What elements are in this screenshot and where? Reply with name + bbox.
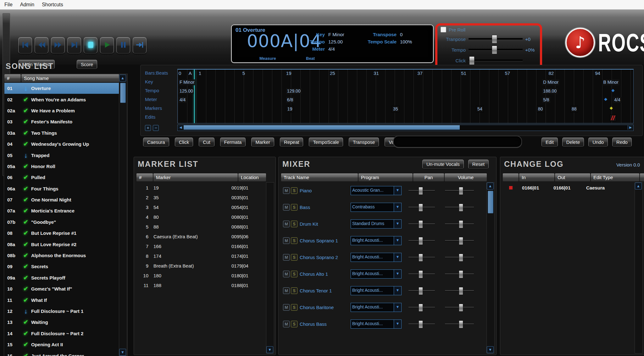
- volume-slider-thumb[interactable]: [459, 254, 463, 262]
- transport-skip-to-start-button[interactable]: [18, 37, 32, 54]
- mute-button[interactable]: M: [283, 304, 290, 311]
- pan-slider-thumb[interactable]: [419, 237, 423, 245]
- pan-slider-thumb[interactable]: [419, 320, 423, 328]
- volume-slider[interactable]: [445, 236, 474, 245]
- song-row[interactable]: 02✔When You're an Addams: [4, 94, 119, 105]
- fermata-button[interactable]: Fermata: [220, 138, 246, 147]
- mute-button[interactable]: M: [283, 237, 290, 244]
- solo-button[interactable]: S: [291, 187, 297, 194]
- marker-row[interactable]: 9Breath (Extra Beat)0179|04: [136, 261, 265, 271]
- marker-row[interactable]: 3540054|01: [136, 202, 265, 212]
- scroll-up-icon[interactable]: ▲: [119, 75, 126, 82]
- song-row[interactable]: 08✔But Love Reprise #1: [4, 228, 119, 239]
- solo-button[interactable]: S: [291, 221, 297, 227]
- mute-button[interactable]: M: [283, 221, 290, 227]
- zoom-out-button[interactable]: −: [153, 125, 159, 131]
- scrollbar-thumb[interactable]: [120, 83, 126, 103]
- pan-slider-thumb[interactable]: [419, 220, 423, 228]
- redo-button[interactable]: Redo: [612, 138, 632, 147]
- song-row[interactable]: 05a✔Honor Roll: [4, 161, 119, 172]
- song-row[interactable]: 07b✔"Goodbye": [4, 217, 119, 228]
- transport-pause-button[interactable]: [116, 37, 130, 54]
- caesura-button[interactable]: Caesura: [143, 138, 169, 147]
- cut-button[interactable]: Cut: [199, 138, 214, 147]
- volume-slider-thumb[interactable]: [459, 237, 463, 245]
- mute-button[interactable]: M: [283, 287, 290, 294]
- un-mute-vocals-button[interactable]: Un-mute Vocals: [422, 160, 464, 169]
- edit-command-input[interactable]: [393, 136, 522, 148]
- scroll-down-icon[interactable]: ▼: [487, 346, 494, 353]
- pan-slider[interactable]: [408, 203, 435, 212]
- song-row[interactable]: 09✔Secrets: [4, 261, 119, 272]
- song-row[interactable]: 01↓Overture: [4, 83, 119, 94]
- program-dropdown[interactable]: Bright Acousti...▼: [351, 269, 402, 279]
- volume-slider-thumb[interactable]: [459, 220, 463, 228]
- pan-slider[interactable]: [408, 186, 435, 195]
- solo-button[interactable]: S: [291, 321, 297, 327]
- volume-slider[interactable]: [445, 320, 474, 328]
- change-log-scrollbar[interactable]: ▲: [635, 182, 643, 353]
- pre-roll-checkbox[interactable]: [441, 27, 446, 32]
- playhead[interactable]: [194, 70, 195, 123]
- pan-slider[interactable]: [408, 286, 435, 295]
- transport-skip-to-end-button[interactable]: [67, 37, 81, 54]
- pan-slider-thumb[interactable]: [419, 254, 423, 262]
- pan-slider[interactable]: [408, 220, 435, 228]
- song-row[interactable]: 16✔Just Around the Corner: [4, 350, 119, 356]
- menu-shortcuts[interactable]: Shortcuts: [42, 2, 63, 8]
- tempo-slider-thumb[interactable]: [492, 46, 497, 54]
- timeline-grid[interactable]: 0A151925313751578294F MinorD MinorB Mino…: [177, 69, 634, 123]
- edit-button[interactable]: Edit: [541, 138, 558, 147]
- timeline-scrollbar[interactable]: ◀ ▶: [177, 125, 634, 131]
- song-row[interactable]: 14✔Full Disclosure ~ Part 2: [4, 328, 119, 339]
- scroll-up-icon[interactable]: ▲: [487, 183, 494, 189]
- mute-button[interactable]: M: [283, 271, 290, 277]
- song-row[interactable]: 07a✔Morticia's Entrance: [4, 205, 119, 216]
- song-row[interactable]: 10✔Gomez's "What If": [4, 283, 119, 294]
- menu-file[interactable]: File: [4, 2, 13, 8]
- solo-button[interactable]: S: [291, 204, 297, 211]
- program-dropdown[interactable]: Bright Acousti...▼: [351, 286, 402, 295]
- click-slider[interactable]: [469, 59, 523, 61]
- volume-slider[interactable]: [445, 220, 474, 228]
- reset-button[interactable]: Reset: [468, 160, 489, 169]
- scroll-up-icon[interactable]: ▲: [635, 183, 642, 189]
- marker-row[interactable]: 1190019|01: [136, 183, 265, 193]
- tempo-slider[interactable]: [469, 49, 523, 51]
- volume-slider[interactable]: [445, 270, 474, 278]
- mixer-scrollbar[interactable]: ▲ ▼: [486, 182, 495, 353]
- change-log-row[interactable]: 0166|010166|01Caesura: [503, 183, 634, 192]
- song-row[interactable]: 06✔Pulled: [4, 172, 119, 183]
- pan-slider[interactable]: [408, 253, 435, 262]
- solo-button[interactable]: S: [291, 304, 297, 311]
- program-dropdown[interactable]: Contrabass▼: [351, 203, 402, 212]
- song-row[interactable]: 05↓Trapped: [4, 150, 119, 161]
- program-dropdown[interactable]: Bright Acousti...▼: [351, 236, 402, 245]
- undo-button[interactable]: Undo: [588, 138, 608, 147]
- marker-row[interactable]: 101800180|01: [136, 271, 265, 280]
- volume-slider[interactable]: [445, 253, 474, 262]
- program-dropdown[interactable]: Bright Acousti...▼: [351, 253, 402, 262]
- temposcale-button[interactable]: TempoScale: [309, 138, 343, 147]
- marker-row[interactable]: 71660166|01: [136, 241, 265, 251]
- volume-slider[interactable]: [445, 186, 474, 195]
- volume-slider-thumb[interactable]: [459, 204, 463, 212]
- volume-slider-thumb[interactable]: [459, 304, 463, 312]
- marker-row[interactable]: 6Caesura (Extra Beat)0095|06: [136, 232, 265, 241]
- song-row[interactable]: 09a✔Secrets Playoff: [4, 272, 119, 283]
- scroll-down-icon[interactable]: ▼: [119, 349, 126, 356]
- pan-slider-thumb[interactable]: [419, 204, 423, 212]
- scrollbar-thumb[interactable]: [488, 191, 493, 213]
- song-row[interactable]: 03a✔Two Things: [4, 127, 119, 138]
- scroll-left-icon[interactable]: ◀: [178, 125, 183, 130]
- zoom-in-button[interactable]: +: [145, 125, 151, 131]
- marker-button[interactable]: Marker: [251, 138, 274, 147]
- song-row[interactable]: 02a✔We Have a Problem: [4, 105, 119, 116]
- transport-jump-forward-button[interactable]: [133, 37, 147, 54]
- program-dropdown[interactable]: Bright Acousti...▼: [351, 319, 402, 329]
- transpose-button[interactable]: Transpose: [349, 138, 379, 147]
- volume-slider-thumb[interactable]: [459, 270, 463, 278]
- marker-row[interactable]: 2350035|01: [136, 193, 265, 202]
- program-dropdown[interactable]: Bright Acousti...▼: [351, 303, 402, 312]
- mute-button[interactable]: M: [283, 204, 290, 211]
